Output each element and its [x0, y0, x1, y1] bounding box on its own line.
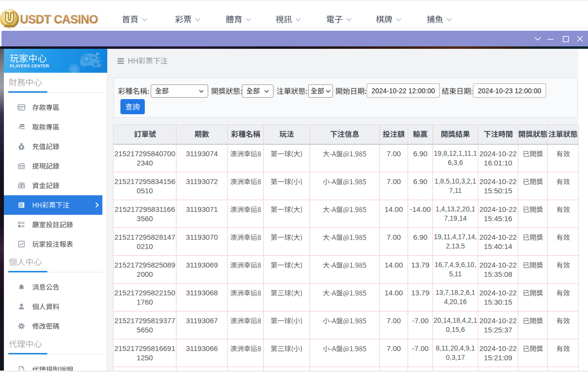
svg-text:Casino: Casino — [5, 24, 15, 27]
